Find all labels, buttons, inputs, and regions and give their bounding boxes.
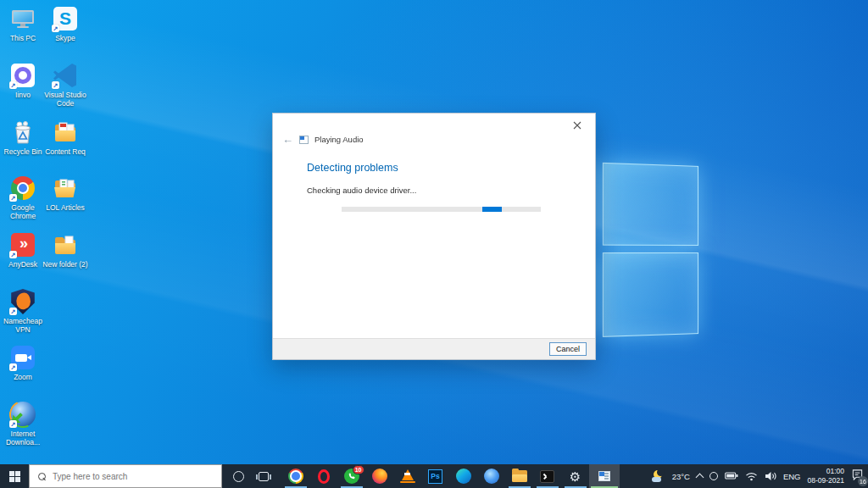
language-indicator[interactable]: ENG (783, 472, 801, 481)
this-pc-icon (9, 5, 36, 32)
desktop-icon-label: This PC (0, 34, 46, 42)
desktop-icon-recycle-bin[interactable]: Recycle Bin (0, 119, 46, 156)
edge-icon (456, 469, 471, 484)
desktop-icon-skype[interactable]: S ↗ Skype (42, 5, 88, 42)
cortana-icon (233, 471, 244, 482)
desktop-icon-label: New folder (2) (42, 260, 88, 269)
taskbar-photoshop[interactable]: Ps (421, 464, 449, 488)
clock[interactable]: 01:00 08-09-2021 (808, 467, 844, 485)
desktop-icon-iinvo[interactable]: ↗ Iinvo (0, 62, 46, 99)
desktop-icon-label: Visual Studio Code (42, 91, 88, 108)
gear-icon: ⚙ (570, 470, 581, 483)
firefox-icon (372, 469, 387, 484)
wifi-icon[interactable] (745, 472, 758, 481)
taskbar-chromium[interactable] (477, 464, 505, 488)
desktop-icon-label: Google Chrome (0, 203, 46, 220)
taskbar-chrome[interactable] (281, 464, 309, 488)
tray-expand-icon[interactable] (695, 474, 704, 482)
system-tray: 23°C ENG 01:00 08-09-2021 (652, 464, 868, 488)
progress-segment (482, 207, 502, 212)
new-folder-icon (52, 231, 79, 258)
desktop-icon-google-chrome[interactable]: ↗ Google Chrome (0, 175, 46, 220)
troubleshooter-dialog: ← Playing Audio Detecting problems Check… (272, 113, 596, 360)
taskbar-firefox[interactable] (365, 464, 393, 488)
desktop-icon-new-folder-2[interactable]: New folder (2) (42, 231, 88, 269)
desktop-icon-namecheap-vpn[interactable]: ↗ Namecheap VPN (0, 288, 46, 334)
windows-logo-pane (603, 163, 698, 246)
desktop-icon-idm[interactable]: ↗ Internet Downloa... (0, 401, 46, 446)
desktop-icon-label: Recycle Bin (0, 147, 46, 156)
recycle-bin-icon (9, 119, 36, 146)
notification-count-badge: 16 (858, 476, 868, 486)
shortcut-arrow-icon: ↗ (9, 363, 17, 371)
temperature[interactable]: 23°C (672, 472, 690, 481)
taskbar-edge[interactable] (449, 464, 477, 488)
dialog-heading: Detecting problems (307, 162, 398, 174)
zoom-icon: ↗ (9, 344, 36, 371)
progress-bar (342, 207, 541, 212)
desktop-icon-zoom[interactable]: ↗ Zoom (0, 344, 46, 381)
skype-icon: S ↗ (52, 5, 79, 32)
close-icon[interactable] (565, 117, 590, 134)
taskbar-terminal[interactable] (533, 464, 561, 488)
dialog-status-text: Checking audio device driver... (307, 186, 416, 195)
desktop-icon-label: Internet Downloa... (0, 430, 46, 446)
shortcut-arrow-icon: ↗ (9, 81, 17, 89)
search-input[interactable] (53, 472, 180, 481)
content-req-folder-icon (52, 119, 79, 146)
whatsapp-badge: 10 (353, 465, 364, 474)
desktop-icon-label: AnyDesk (0, 260, 46, 269)
photoshop-icon: Ps (428, 469, 442, 484)
desktop-icon-anydesk[interactable]: » ↗ AnyDesk (0, 231, 46, 269)
desktop-icon-visual-studio-code[interactable]: ↗ Visual Studio Code (42, 62, 88, 108)
battery-icon[interactable] (725, 472, 738, 480)
vlc-icon (400, 469, 415, 483)
shortcut-arrow-icon: ↗ (9, 194, 17, 202)
shortcut-arrow-icon: ↗ (9, 251, 17, 258)
desktop-icon-label: Namecheap VPN (0, 317, 46, 334)
desktop-icon-label: Iinvo (0, 91, 46, 99)
file-explorer-icon (512, 470, 527, 482)
shortcut-arrow-icon: ↗ (9, 308, 17, 315)
whatsapp-icon: 10 (344, 469, 359, 484)
windows-start-icon (9, 471, 20, 482)
taskbar-file-explorer[interactable] (505, 464, 533, 488)
taskbar-vlc[interactable] (393, 464, 421, 488)
desktop-icon-lol-articles[interactable]: LOL Articles (42, 175, 88, 212)
desktop-icon-this-pc[interactable]: This PC (0, 5, 46, 42)
task-view-button[interactable] (251, 464, 276, 488)
screen: This PC S ↗ Skype ↗ Iinvo ↗ Visual Studi… (0, 0, 868, 488)
desktop-icon-label: LOL Articles (42, 203, 88, 212)
troubleshooter-window-icon (299, 136, 309, 144)
time: 01:00 (826, 467, 844, 475)
namecheap-vpn-icon: ↗ (9, 288, 36, 315)
speaker-icon[interactable] (765, 471, 776, 481)
taskbar-settings[interactable]: ⚙ (561, 464, 589, 488)
anydesk-tray-icon[interactable] (709, 472, 718, 480)
shortcut-arrow-icon: ↗ (52, 81, 59, 89)
task-view-icon (259, 472, 269, 481)
dialog-title: Playing Audio (314, 135, 364, 144)
start-button[interactable] (0, 464, 29, 488)
taskbar-opera[interactable] (309, 464, 337, 488)
back-arrow-icon[interactable]: ← (282, 134, 293, 145)
shortcut-arrow-icon: ↗ (9, 420, 17, 428)
action-center-button[interactable]: 16 (851, 469, 864, 484)
chrome-icon: ↗ (9, 175, 36, 202)
windows-logo-pane (603, 252, 698, 337)
desktop-icon-content-req[interactable]: Content Req (42, 119, 88, 156)
anydesk-icon: » ↗ (9, 231, 36, 258)
vscode-icon: ↗ (52, 62, 79, 89)
taskbar-search[interactable] (29, 464, 222, 488)
taskbar: 10 Ps (0, 464, 868, 488)
taskbar-whatsapp[interactable]: 10 (337, 464, 365, 488)
weather-icon[interactable] (652, 470, 665, 482)
taskbar-troubleshooter-active[interactable] (589, 464, 620, 488)
iinvo-icon: ↗ (9, 62, 36, 89)
chrome-icon (288, 469, 303, 484)
desktop-icon-label: Zoom (0, 373, 46, 381)
desktop-icon-label: Content Req (42, 147, 88, 156)
cancel-button[interactable]: Cancel (549, 342, 587, 356)
cortana-button[interactable] (225, 464, 251, 488)
chromium-icon (484, 469, 499, 484)
